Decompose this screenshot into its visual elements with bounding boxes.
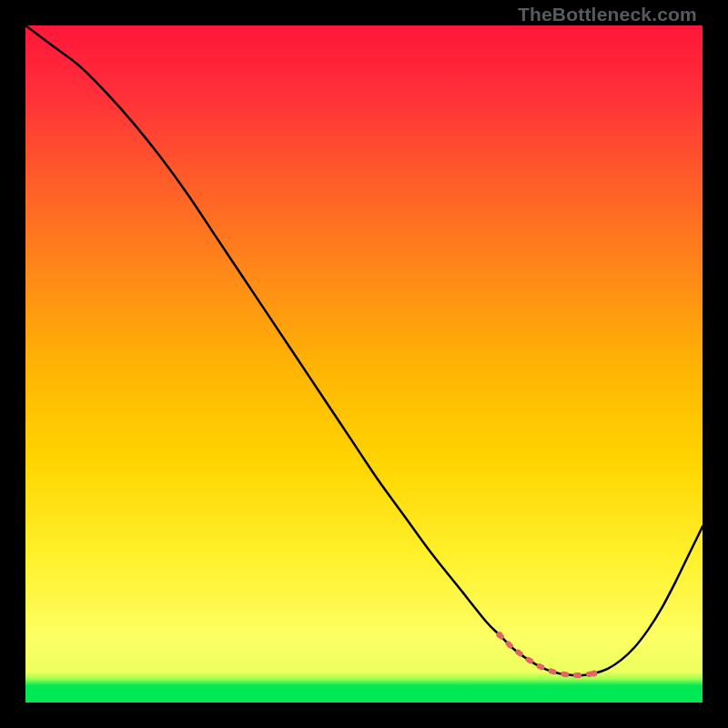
watermark-label: TheBottleneck.com (518, 4, 697, 25)
gradient-background (25, 25, 703, 703)
bottleneck-chart (25, 25, 703, 703)
optimal-range-end-dot (592, 671, 598, 677)
chart-frame (25, 25, 703, 703)
optimal-range-start-dot (496, 632, 502, 638)
